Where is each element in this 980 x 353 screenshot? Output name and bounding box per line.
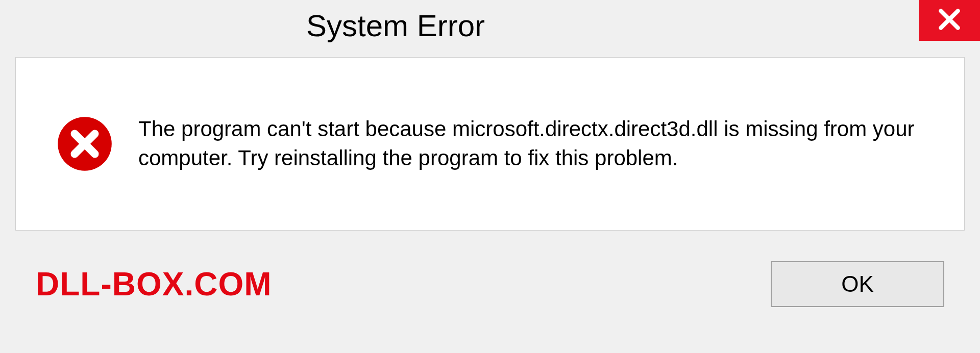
error-message-text: The program can't start because microsof… xyxy=(138,115,934,172)
window-title: System Error xyxy=(306,8,485,43)
watermark-text: DLL-BOX.COM xyxy=(36,265,272,303)
close-icon xyxy=(937,7,962,34)
ok-button-label: OK xyxy=(841,271,874,297)
dialog-content: The program can't start because microsof… xyxy=(15,57,965,231)
close-button[interactable] xyxy=(919,0,980,41)
titlebar: System Error xyxy=(0,0,980,51)
ok-button[interactable]: OK xyxy=(771,261,944,307)
error-icon xyxy=(57,116,113,172)
dialog-footer: DLL-BOX.COM OK xyxy=(15,231,965,338)
